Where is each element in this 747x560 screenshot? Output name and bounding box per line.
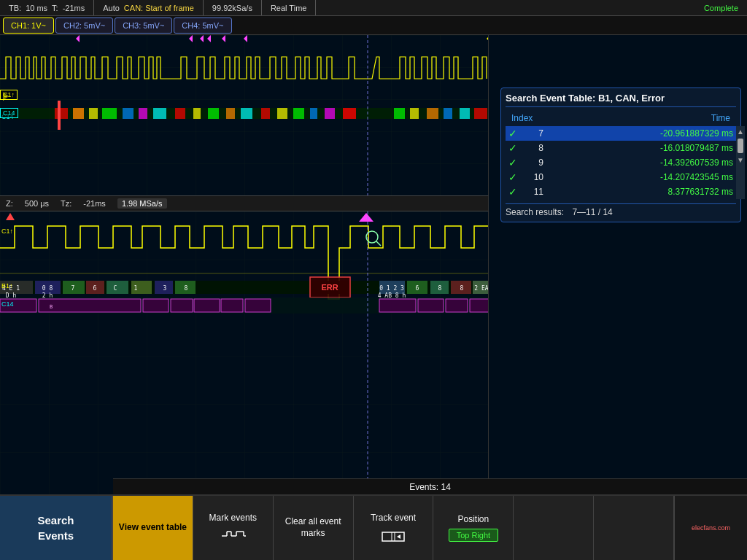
svg-text:B: B (50, 304, 53, 310)
svg-rect-20 (394, 108, 405, 119)
svg-rect-102 (382, 532, 404, 541)
scope-bottom: ERR 4 E 1 D h 0 (0, 211, 489, 500)
svg-rect-10 (193, 108, 201, 119)
trigger-mode: Auto (103, 4, 120, 12)
check-icon-9: ✓ (508, 157, 517, 168)
check-icon-11: ✓ (508, 186, 517, 198)
svg-rect-58 (39, 299, 141, 312)
ch1-tab[interactable]: CH1: 1V~ (3, 18, 54, 34)
ch1-scope-label: C1↑ (0, 90, 18, 100)
svg-rect-22 (427, 108, 438, 119)
position-btn-content: Position Top Right (449, 514, 498, 542)
empty-btn-2[interactable] (594, 496, 674, 560)
top-status-bar: TB: 10 ms T: -21ms Auto CAN: Start of fr… (0, 0, 747, 16)
scroll-up-arrow[interactable]: ▲ (735, 126, 746, 137)
event-row-11[interactable]: ✓ 11 8.377631732 ms (506, 184, 736, 199)
svg-rect-23 (444, 108, 452, 119)
row-index-9: 9 (522, 158, 543, 168)
clear-all-marks-button[interactable]: Clear all event marks (274, 496, 354, 560)
col-time-label: Time (711, 113, 730, 123)
row-time-9: -14.392607539 ms (552, 158, 733, 168)
event-table-scrollbar[interactable]: ▲ ▼ (736, 126, 745, 199)
sample-rate: 99.92kSa/s (212, 4, 252, 12)
track-event-label: Track event (371, 513, 416, 524)
logo-area: elecfans.com (674, 496, 747, 560)
search-results: Search results: 7—11 / 14 (506, 203, 736, 217)
time-mode-section: Real Time (262, 0, 317, 15)
view-event-table-label: View event table (119, 522, 187, 534)
search-results-value: 7—11 / 14 (572, 207, 612, 217)
z-value: 500 μs (25, 199, 49, 208)
t-value: -21ms (63, 4, 85, 12)
view-event-table-button[interactable]: View event table (113, 496, 193, 560)
svg-rect-15 (277, 108, 287, 119)
scope-top-grid: C14 (0, 35, 488, 195)
position-label: Position (458, 514, 489, 526)
ch2-tab[interactable]: CH2: 5mV~ (55, 18, 113, 34)
search-events-button[interactable]: Search Events (0, 496, 113, 560)
svg-rect-7 (139, 108, 147, 119)
event-row-8[interactable]: ✓ 8 -16.018079487 ms (506, 141, 736, 155)
svg-text:C14: C14 (1, 300, 14, 308)
z-label: Z: (6, 199, 13, 208)
svg-rect-24 (460, 108, 470, 119)
mark-events-button[interactable]: Mark events (193, 496, 274, 560)
svg-text:8: 8 (185, 285, 188, 292)
col-index-label: Index (511, 113, 533, 123)
ch3-tab[interactable]: CH3: 5mV~ (115, 18, 172, 34)
svg-rect-63 (245, 299, 271, 312)
svg-rect-45 (107, 281, 128, 294)
svg-text:8: 8 (460, 285, 464, 292)
check-icon-10: ✓ (508, 171, 517, 183)
event-row-9[interactable]: ✓ 9 -14.392607539 ms (506, 155, 736, 170)
event-row-7[interactable]: ✓ 7 -20.961887329 ms (506, 126, 736, 141)
svg-text:B1↑: B1↑ (1, 282, 13, 289)
event-table-header: Index Time (506, 112, 736, 125)
track-event-button[interactable]: Track event (354, 496, 434, 560)
svg-text:0 8: 0 8 (42, 285, 53, 292)
ch4-label: CH4: 5mV~ (182, 21, 223, 30)
ch4-tab[interactable]: CH4: 5mV~ (174, 18, 231, 34)
scope-top: C14 C1↑ C14 (0, 35, 489, 195)
row-index-7: 7 (522, 128, 543, 139)
sample-rate-section: 99.92kSa/s (204, 0, 262, 15)
row-time-11: 8.377631732 ms (552, 187, 733, 197)
svg-text:6: 6 (416, 285, 419, 292)
tz-value: -21ms (83, 199, 106, 208)
svg-rect-65 (418, 299, 444, 312)
svg-marker-105 (397, 534, 400, 539)
svg-rect-16 (293, 108, 304, 119)
svg-rect-14 (261, 108, 270, 119)
svg-rect-59 (143, 299, 169, 312)
svg-rect-66 (446, 299, 468, 312)
svg-text:8: 8 (438, 285, 442, 292)
tb-value: 10 ms (26, 4, 47, 12)
row-index-11: 11 (522, 187, 543, 197)
svg-rect-62 (221, 299, 243, 312)
svg-rect-25 (474, 108, 487, 119)
check-icon-7: ✓ (508, 128, 517, 139)
svg-text:1: 1 (134, 285, 138, 292)
svg-rect-17 (310, 108, 317, 119)
svg-rect-21 (410, 108, 419, 119)
tz-label: Tz: (61, 199, 71, 208)
search-events-label: Search (37, 514, 74, 526)
svg-rect-3 (73, 108, 84, 119)
trigger-source: CAN: Start of frame (124, 4, 194, 12)
svg-rect-67 (470, 299, 488, 312)
status-section: Complete (695, 0, 747, 15)
svg-text:4 AB 8 h: 4 AB 8 h (378, 292, 406, 299)
trigger-section: Auto CAN: Start of frame (94, 0, 204, 15)
svg-text:C: C (114, 285, 117, 292)
empty-btn-1[interactable] (514, 496, 594, 560)
watermark-text: elecfans.com (692, 524, 730, 533)
svg-text:ERR: ERR (321, 283, 338, 292)
svg-rect-5 (102, 108, 117, 119)
mark-events-icon (218, 529, 247, 543)
scroll-thumb[interactable] (738, 139, 743, 153)
event-row-10[interactable]: ✓ 10 -14.207423545 ms (506, 170, 736, 184)
scroll-down-arrow[interactable]: ▼ (735, 155, 746, 166)
bottom-toolbar: Search Events View event table Mark even… (0, 494, 747, 560)
position-button[interactable]: Position Top Right (433, 496, 514, 560)
svg-rect-6 (123, 108, 133, 119)
